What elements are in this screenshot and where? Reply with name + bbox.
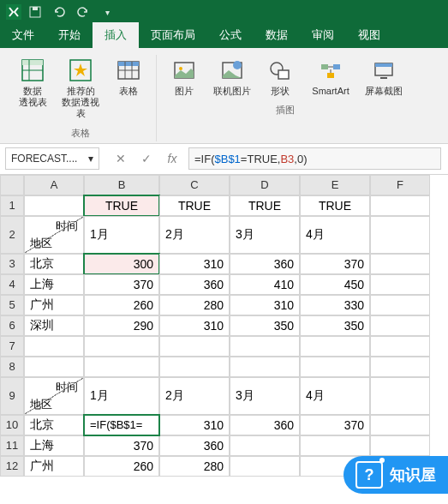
cell[interactable]: 广州 bbox=[24, 295, 84, 315]
shapes-button[interactable]: 形状 bbox=[258, 55, 302, 99]
cell[interactable]: 2月 bbox=[159, 216, 230, 254]
cell[interactable]: 上海 bbox=[24, 274, 84, 295]
row-header[interactable]: 4 bbox=[0, 274, 24, 295]
tab-home[interactable]: 开始 bbox=[46, 22, 93, 48]
tab-review[interactable]: 审阅 bbox=[300, 22, 346, 48]
cell[interactable] bbox=[230, 435, 300, 456]
pictures-button[interactable]: 图片 bbox=[162, 55, 206, 99]
cell[interactable] bbox=[370, 357, 430, 377]
cell[interactable] bbox=[370, 254, 430, 274]
cell[interactable]: 370 bbox=[84, 274, 159, 295]
tab-view[interactable]: 视图 bbox=[346, 22, 392, 48]
save-icon[interactable] bbox=[27, 4, 43, 20]
cell[interactable]: 370 bbox=[84, 435, 159, 456]
cell[interactable]: 450 bbox=[300, 274, 370, 295]
cell[interactable]: 上海 bbox=[24, 435, 84, 456]
cell[interactable]: 北京 bbox=[24, 415, 84, 435]
cell-diagonal[interactable]: 时间 地区 bbox=[24, 377, 84, 415]
cell[interactable]: 4月 bbox=[300, 377, 370, 415]
col-header[interactable]: D bbox=[230, 175, 300, 195]
row-header[interactable]: 10 bbox=[0, 415, 24, 435]
enter-button[interactable]: ✓ bbox=[139, 151, 154, 166]
col-header[interactable]: C bbox=[159, 175, 230, 195]
redo-icon[interactable] bbox=[75, 4, 91, 20]
formula-input[interactable]: =IF($B$1=TRUE,B3,0) bbox=[188, 147, 441, 170]
cell[interactable] bbox=[370, 315, 430, 336]
col-header[interactable]: B bbox=[84, 175, 159, 195]
cell[interactable]: 310 bbox=[159, 415, 230, 435]
cell[interactable]: 360 bbox=[230, 254, 300, 274]
col-header[interactable]: E bbox=[300, 175, 370, 195]
cell[interactable] bbox=[300, 435, 370, 456]
cell[interactable] bbox=[300, 357, 370, 377]
tab-layout[interactable]: 页面布局 bbox=[139, 22, 207, 48]
cell[interactable]: TRUE bbox=[300, 195, 370, 216]
cell[interactable]: 370 bbox=[300, 254, 370, 274]
cancel-button[interactable]: ✕ bbox=[113, 151, 128, 166]
cell[interactable]: 北京 bbox=[24, 254, 84, 274]
tab-file[interactable]: 文件 bbox=[0, 22, 46, 48]
cell[interactable] bbox=[24, 195, 84, 216]
smartart-button[interactable]: SmartArt bbox=[306, 55, 355, 99]
cell[interactable]: 280 bbox=[159, 295, 230, 315]
tab-data[interactable]: 数据 bbox=[254, 22, 300, 48]
col-header[interactable]: A bbox=[24, 175, 84, 195]
col-header[interactable]: F bbox=[370, 175, 430, 195]
cell[interactable]: 310 bbox=[159, 254, 230, 274]
cell[interactable]: 350 bbox=[230, 315, 300, 336]
cell[interactable]: 300 bbox=[84, 254, 159, 274]
cell[interactable]: 310 bbox=[159, 315, 230, 336]
row-header[interactable]: 2 bbox=[0, 216, 24, 254]
chevron-down-icon[interactable]: ▾ bbox=[88, 153, 93, 165]
row-header[interactable]: 8 bbox=[0, 357, 24, 377]
cell[interactable]: TRUE bbox=[84, 195, 159, 216]
cell[interactable]: 410 bbox=[230, 274, 300, 295]
cell[interactable] bbox=[370, 216, 430, 254]
cell[interactable] bbox=[24, 357, 84, 377]
table-button[interactable]: 表格 bbox=[106, 55, 151, 122]
name-box[interactable]: FORECAST.... ▾ bbox=[5, 147, 99, 170]
cell[interactable] bbox=[24, 336, 84, 357]
online-pictures-button[interactable]: 联机图片 bbox=[210, 55, 254, 99]
cell[interactable]: 370 bbox=[300, 415, 370, 435]
row-header[interactable]: 9 bbox=[0, 377, 24, 415]
cell[interactable]: 280 bbox=[159, 456, 230, 477]
row-header[interactable]: 11 bbox=[0, 435, 24, 456]
tab-insert[interactable]: 插入 bbox=[93, 22, 139, 48]
cell[interactable] bbox=[230, 357, 300, 377]
cell[interactable] bbox=[370, 295, 430, 315]
cell[interactable]: 广州 bbox=[24, 456, 84, 477]
cell[interactable]: 2月 bbox=[159, 377, 230, 415]
cell[interactable]: 1月 bbox=[84, 216, 159, 254]
cell[interactable] bbox=[230, 336, 300, 357]
cell[interactable]: 350 bbox=[300, 315, 370, 336]
cell[interactable] bbox=[370, 195, 430, 216]
recommended-pivot-button[interactable]: 推荐的数据透视表 bbox=[58, 55, 103, 122]
cell[interactable]: 310 bbox=[230, 295, 300, 315]
cell[interactable]: 深圳 bbox=[24, 315, 84, 336]
qat-dropdown-icon[interactable]: ▾ bbox=[99, 4, 115, 20]
cell[interactable]: 3月 bbox=[230, 216, 300, 254]
undo-icon[interactable] bbox=[51, 4, 67, 20]
cell[interactable] bbox=[370, 336, 430, 357]
cell[interactable]: 360 bbox=[230, 415, 300, 435]
cell[interactable]: TRUE bbox=[159, 195, 230, 216]
cell[interactable] bbox=[370, 377, 430, 415]
cell[interactable] bbox=[84, 336, 159, 357]
cell[interactable]: 260 bbox=[84, 456, 159, 477]
cell[interactable] bbox=[84, 357, 159, 377]
cell[interactable]: 360 bbox=[159, 435, 230, 456]
cell[interactable] bbox=[159, 336, 230, 357]
tab-formulas[interactable]: 公式 bbox=[207, 22, 254, 48]
cell[interactable]: 4月 bbox=[300, 216, 370, 254]
cell-editing[interactable]: =IF($B$1= bbox=[84, 415, 159, 435]
cell[interactable] bbox=[300, 336, 370, 357]
row-header[interactable]: 7 bbox=[0, 336, 24, 357]
row-header[interactable]: 6 bbox=[0, 315, 24, 336]
cell[interactable]: 1月 bbox=[84, 377, 159, 415]
select-all-corner[interactable] bbox=[0, 175, 24, 195]
spreadsheet-grid[interactable]: A B C D E F 1 TRUE TRUE TRUE TRUE 2 时间 地… bbox=[0, 175, 448, 477]
pivot-table-button[interactable]: 数据透视表 bbox=[10, 55, 55, 122]
cell[interactable] bbox=[370, 274, 430, 295]
cell[interactable]: 330 bbox=[300, 295, 370, 315]
